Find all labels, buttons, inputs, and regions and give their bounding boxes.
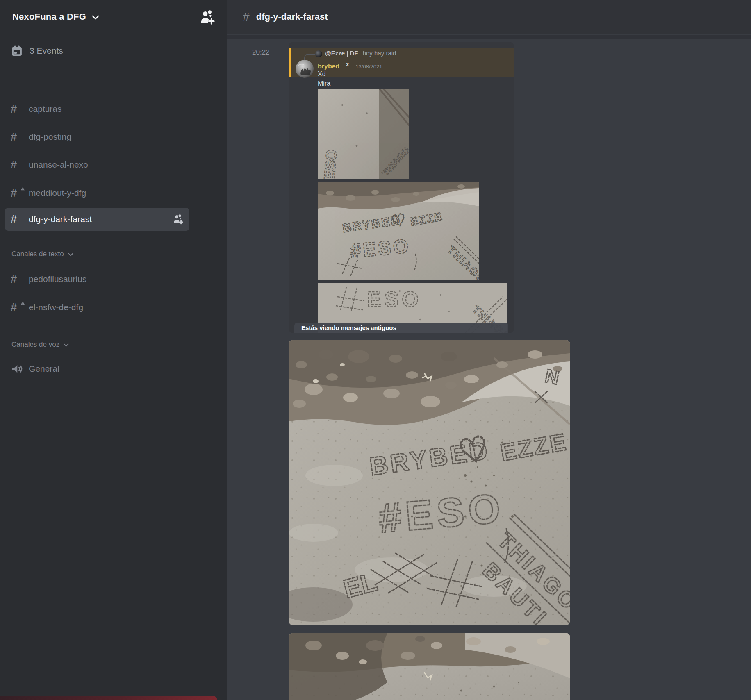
channel-label: dfg-y-dark-farast <box>29 214 92 224</box>
discord-app: NexoFuna a DFG 3 Events <box>0 0 751 700</box>
sidebar-divider <box>12 82 214 82</box>
channel-label: el-nsfw-de-dfg <box>29 302 83 312</box>
graffiti-text: #ESO <box>320 149 340 179</box>
reply-avatar <box>315 50 322 57</box>
section-label: Canales de voz <box>11 341 59 349</box>
invite-people-icon[interactable] <box>172 214 184 225</box>
message-text: Mira <box>318 80 330 87</box>
viewing-old-messages-bar: Estás viendo mensajes antiguos <box>294 323 508 333</box>
screenshot-photo-2[interactable]: BRYBED ♡ EZZE #ESO THIAGO <box>318 182 479 280</box>
hash-icon: # <box>11 214 23 225</box>
channel-label: pedofilusaurius <box>29 274 86 284</box>
invite-people-icon[interactable] <box>199 9 215 25</box>
reply-username: @Ezze | DF <box>325 50 358 57</box>
reply-spine <box>304 54 316 60</box>
calendar-icon <box>11 45 23 57</box>
hash-icon: # <box>11 274 23 285</box>
sidebar-item-pedofilusaurius[interactable]: # pedofilusaurius <box>5 268 189 291</box>
section-label: Canales de texto <box>11 250 64 258</box>
svg-text:ESO: ESO <box>367 287 422 311</box>
channel-label: General <box>29 364 59 374</box>
sidebar-item-meddiout-y-dfg[interactable]: # meddiout-y-dfg <box>5 182 189 205</box>
hash-warning-icon: # <box>11 302 23 313</box>
avatar <box>296 60 314 78</box>
section-canales-de-voz[interactable]: Canales de voz <box>11 341 69 349</box>
reply-content: hoy hay raid <box>363 50 396 57</box>
sidebar-item-el-nsfw-de-dfg[interactable]: # el-nsfw-de-dfg <box>5 296 189 319</box>
hash-icon: # <box>11 159 23 170</box>
section-canales-de-texto[interactable]: Canales de texto <box>11 250 73 258</box>
header-shadow <box>227 35 751 39</box>
message-author-line: brybed 2 13/08/2021 <box>318 62 382 70</box>
voice-status-bar[interactable] <box>0 696 217 700</box>
message-date: 13/08/2021 <box>355 64 382 70</box>
channel-label: meddiout-y-dfg <box>29 188 86 198</box>
server-header[interactable]: NexoFuna a DFG <box>0 0 227 34</box>
sidebar-item-events[interactable]: 3 Events <box>5 41 189 61</box>
channel-label: dfg-posting <box>29 132 71 142</box>
hash-warning-icon: # <box>11 188 23 199</box>
chevron-down-icon <box>92 15 99 20</box>
attachment-photo-large[interactable]: BRYBED ♡ EZZE #ESO EL THIAGO BAUTI N <box>289 340 570 625</box>
screenshot-photo-1[interactable]: BRYBED #ESO THIAGO <box>318 89 409 179</box>
sidebar-item-capturas[interactable]: # capturas <box>5 98 189 120</box>
channel-label: unanse-al-nexo <box>29 160 88 170</box>
attachment-photo-bottom[interactable] <box>289 633 570 700</box>
server-name: NexoFuna a DFG <box>12 11 86 22</box>
chat-header: # dfg-y-dark-farast <box>227 0 751 34</box>
attachment-screenshot[interactable]: @Ezze | DF hoy hay raid brybed 2 13/08/2… <box>289 42 514 333</box>
chat-panel: # dfg-y-dark-farast 20:22 @Ezze | DF hoy… <box>227 0 751 700</box>
chevron-down-icon <box>64 343 69 347</box>
sidebar-item-dfg-posting[interactable]: # dfg-posting <box>5 125 189 148</box>
channel-label: capturas <box>29 104 62 114</box>
sidebar-item-dfg-y-dark-farast[interactable]: # dfg-y-dark-farast <box>5 208 189 231</box>
hash-icon: # <box>243 10 250 24</box>
hash-icon: # <box>11 132 23 143</box>
sidebar-item-unanse-al-nexo[interactable]: # unanse-al-nexo <box>5 153 189 176</box>
speaker-icon <box>11 363 23 375</box>
reply-line: @Ezze | DF hoy hay raid <box>325 50 396 57</box>
author-badge: 2 <box>346 62 349 67</box>
message-timestamp: 20:22 <box>252 48 273 57</box>
channel-sidebar: NexoFuna a DFG 3 Events <box>0 0 227 700</box>
author-username[interactable]: brybed <box>318 63 339 70</box>
sidebar-item-general-voice[interactable]: General <box>5 357 189 380</box>
hash-icon: # <box>11 104 23 115</box>
events-label: 3 Events <box>30 46 63 56</box>
channel-title: dfg-y-dark-farast <box>256 11 328 22</box>
chevron-down-icon <box>68 253 73 257</box>
message-text: Xd <box>318 70 326 78</box>
